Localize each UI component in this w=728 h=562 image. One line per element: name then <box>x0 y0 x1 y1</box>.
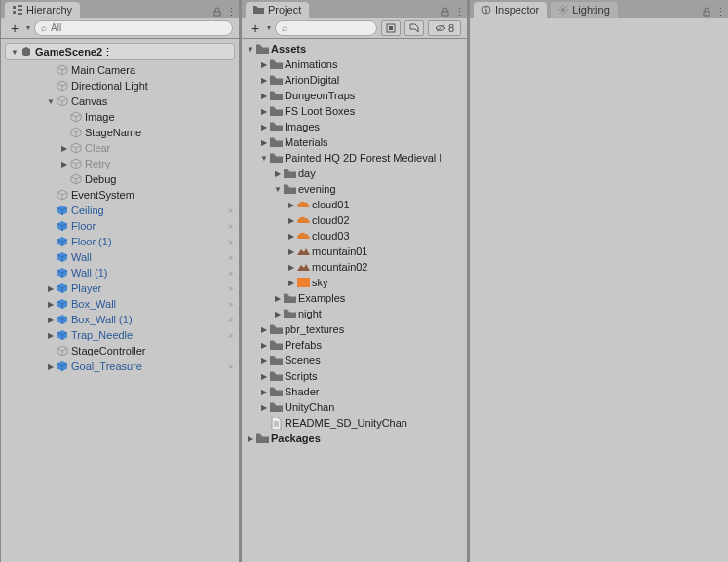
lock-icon[interactable] <box>211 6 223 18</box>
tree-row[interactable]: ▶mountain01 <box>242 244 467 259</box>
tree-row[interactable]: ▶Scripts <box>242 368 467 384</box>
foldout-arrow-icon[interactable]: ▶ <box>59 144 69 153</box>
foldout-arrow-icon[interactable]: ▶ <box>273 294 283 303</box>
project-search[interactable]: ⌕ <box>275 20 377 36</box>
tree-row[interactable]: Wall> <box>1 249 239 265</box>
tree-row[interactable]: Debug <box>1 171 239 187</box>
prefab-open-icon[interactable]: > <box>228 300 235 309</box>
prefab-open-icon[interactable]: > <box>228 253 235 262</box>
foldout-arrow-icon[interactable]: ▶ <box>273 310 283 318</box>
tree-row[interactable]: ▶ArionDigital <box>242 72 467 88</box>
filter-type-button[interactable] <box>381 20 401 36</box>
foldout-arrow-icon[interactable]: ▶ <box>273 169 283 178</box>
foldout-arrow-icon[interactable]: ▶ <box>259 138 269 147</box>
tree-row[interactable]: ▼Painted HQ 2D Forest Medieval I <box>242 150 467 166</box>
tree-row[interactable]: ▶Examples <box>242 290 467 306</box>
foldout-arrow-icon[interactable]: ▶ <box>287 279 296 287</box>
foldout-arrow-icon[interactable]: ▼ <box>246 45 255 54</box>
filter-label-button[interactable] <box>404 20 424 36</box>
tree-row[interactable]: Directional Light <box>1 78 239 94</box>
tree-row[interactable]: ▼Canvas <box>1 94 239 109</box>
foldout-arrow-icon[interactable]: ▼ <box>273 185 283 194</box>
hierarchy-tab[interactable]: Hierarchy <box>5 2 80 18</box>
tree-row[interactable]: ▶day <box>242 166 467 181</box>
add-button[interactable]: + <box>7 21 22 35</box>
add-button[interactable]: + <box>248 21 263 35</box>
foldout-arrow-icon[interactable]: ▶ <box>287 201 296 209</box>
tree-row[interactable]: ▶cloud03 <box>242 228 467 244</box>
project-search-input[interactable] <box>291 22 370 33</box>
add-dropdown-icon[interactable]: ▾ <box>267 23 271 32</box>
prefab-open-icon[interactable]: > <box>228 222 235 231</box>
hierarchy-search[interactable]: ⌕ <box>34 20 233 36</box>
add-dropdown-icon[interactable]: ▾ <box>26 23 30 32</box>
prefab-open-icon[interactable]: > <box>228 284 235 293</box>
inspector-tab[interactable]: Inspector <box>474 2 547 18</box>
tree-row[interactable]: ▶Images <box>242 119 467 134</box>
foldout-arrow-icon[interactable]: ▶ <box>259 341 269 350</box>
tree-row[interactable]: ▶Shader <box>242 384 467 399</box>
tree-row[interactable]: ▶Retry <box>1 156 239 171</box>
prefab-open-icon[interactable]: > <box>228 238 235 246</box>
foldout-arrow-icon[interactable]: ▶ <box>287 263 296 272</box>
foldout-arrow-icon[interactable]: ▶ <box>259 76 269 85</box>
foldout-arrow-icon[interactable]: ▼ <box>46 97 56 106</box>
hierarchy-tree[interactable]: ▼ GameScene2 ⋮ Main CameraDirectional Li… <box>1 39 239 562</box>
foldout-arrow-icon[interactable]: ▶ <box>287 247 296 256</box>
tree-row[interactable]: ▶cloud01 <box>242 197 467 212</box>
tree-row[interactable]: ▶night <box>242 306 467 321</box>
foldout-arrow-icon[interactable]: ▶ <box>259 92 269 100</box>
hierarchy-search-input[interactable] <box>51 22 226 33</box>
foldout-arrow-icon[interactable]: ▼ <box>259 154 269 163</box>
tree-row[interactable]: ▶Goal_Treasure> <box>1 358 239 374</box>
tree-row[interactable]: EventSystem <box>1 187 239 203</box>
prefab-open-icon[interactable]: > <box>228 362 235 371</box>
tree-row[interactable]: ▶DungeonTraps <box>242 88 467 103</box>
panel-menu-icon[interactable]: ⋮ <box>714 6 726 18</box>
lock-icon[interactable] <box>701 6 712 18</box>
tree-row[interactable]: ▶Box_Wall> <box>1 296 239 312</box>
tree-row[interactable]: ▶pbr_textures <box>242 321 467 337</box>
tree-row[interactable]: ▼Assets <box>242 41 467 56</box>
hidden-count-button[interactable]: 8 <box>428 20 461 36</box>
tree-row[interactable]: Floor> <box>1 218 239 234</box>
foldout-arrow-icon[interactable]: ▶ <box>46 284 56 293</box>
panel-menu-icon[interactable]: ⋮ <box>225 6 237 18</box>
foldout-arrow-icon[interactable]: ▼ <box>10 48 19 56</box>
prefab-open-icon[interactable]: > <box>228 331 235 340</box>
prefab-open-icon[interactable]: > <box>228 206 235 215</box>
tree-row[interactable]: ▶Materials <box>242 134 467 150</box>
foldout-arrow-icon[interactable]: ▶ <box>259 60 269 69</box>
tree-row[interactable]: ▶Box_Wall (1)> <box>1 312 239 327</box>
project-tree[interactable]: ▼Assets▶Animations▶ArionDigital▶DungeonT… <box>242 39 467 562</box>
prefab-open-icon[interactable]: > <box>228 269 235 278</box>
foldout-arrow-icon[interactable]: ▶ <box>259 107 269 116</box>
foldout-arrow-icon[interactable]: ▶ <box>46 316 56 324</box>
foldout-arrow-icon[interactable]: ▶ <box>287 216 296 225</box>
tree-row[interactable]: ▶cloud02 <box>242 212 467 228</box>
tree-row[interactable]: ▶FS Loot Boxes <box>242 103 467 119</box>
foldout-arrow-icon[interactable]: ▶ <box>259 388 269 396</box>
panel-menu-icon[interactable]: ⋮ <box>453 6 465 18</box>
tree-row[interactable]: Floor (1)> <box>1 234 239 249</box>
scene-row[interactable]: ▼ GameScene2 ⋮ <box>5 43 235 60</box>
tree-row[interactable]: ▶Clear <box>1 140 239 156</box>
foldout-arrow-icon[interactable]: ▶ <box>59 160 69 169</box>
foldout-arrow-icon[interactable]: ▶ <box>259 356 269 365</box>
foldout-arrow-icon[interactable]: ▶ <box>46 300 56 309</box>
tree-row[interactable]: ▼evening <box>242 181 467 197</box>
tree-row[interactable]: StageName <box>1 125 239 140</box>
lighting-tab[interactable]: Lighting <box>551 2 618 18</box>
tree-row[interactable]: README_SD_UnityChan <box>242 415 467 431</box>
foldout-arrow-icon[interactable]: ▶ <box>287 232 296 241</box>
tree-row[interactable]: Wall (1)> <box>1 265 239 281</box>
foldout-arrow-icon[interactable]: ▶ <box>259 325 269 334</box>
tree-row[interactable]: ▶Prefabs <box>242 337 467 353</box>
tree-row[interactable]: ▶mountain02 <box>242 259 467 275</box>
tree-row[interactable]: Main Camera <box>1 62 239 78</box>
lock-icon[interactable] <box>440 6 451 18</box>
foldout-arrow-icon[interactable]: ▶ <box>259 123 269 131</box>
tree-row[interactable]: ▶Animations <box>242 56 467 72</box>
tree-row[interactable]: Image <box>1 109 239 125</box>
prefab-open-icon[interactable]: > <box>228 316 235 324</box>
